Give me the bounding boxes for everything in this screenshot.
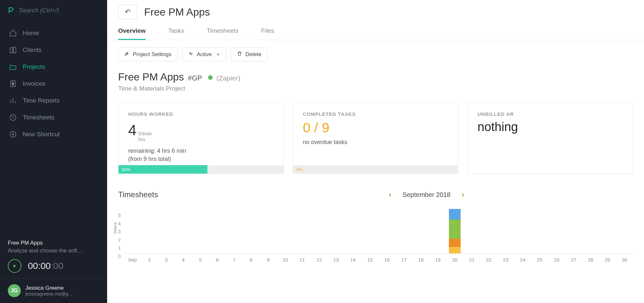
nav-timesheets[interactable]: Timesheets bbox=[0, 109, 107, 126]
nav-label: Timesheets bbox=[23, 114, 55, 121]
bar-slot bbox=[226, 208, 242, 253]
play-button[interactable] bbox=[8, 259, 21, 273]
cards: HOURS WORKED 4 53min hrs remaining: 4 hr… bbox=[107, 92, 644, 174]
bar-slot bbox=[141, 208, 158, 253]
x-tick: 28 bbox=[582, 257, 599, 262]
project-type: Time & Materials Project bbox=[118, 85, 633, 92]
y-ticks: 543210 bbox=[118, 213, 121, 259]
user-panel[interactable]: JG Jessica Greene jessicagreene.me@g… bbox=[0, 278, 107, 303]
card-label: COMPLETED TASKS bbox=[303, 111, 448, 117]
tasks-value: 0 / 9 bbox=[303, 120, 448, 136]
x-tick: 17 bbox=[395, 257, 412, 262]
unbilled-value: nothing bbox=[477, 120, 623, 134]
x-tick: 12 bbox=[311, 257, 328, 262]
bar-slot bbox=[616, 208, 633, 253]
delete-button[interactable]: Delete bbox=[231, 47, 267, 61]
tasks-progress-fill: 0% bbox=[293, 165, 298, 174]
project-code: #GP bbox=[188, 74, 202, 82]
page-title: Free PM Apps bbox=[144, 6, 210, 18]
y-tick: 0 bbox=[118, 254, 121, 259]
nav-label: Time Reports bbox=[23, 97, 59, 104]
tab-files[interactable]: Files bbox=[261, 27, 274, 40]
bar-slot bbox=[260, 208, 277, 253]
trash-icon bbox=[237, 51, 242, 58]
timesheets-section: Timesheets ‹ September 2018 › Hours 5432… bbox=[107, 174, 644, 262]
next-month-button[interactable]: › bbox=[462, 190, 464, 199]
bar-segment bbox=[449, 220, 461, 239]
x-tick: 27 bbox=[565, 257, 582, 262]
x-tick: 29 bbox=[599, 257, 616, 262]
nav-label: Projects bbox=[23, 63, 45, 70]
nav-label: Invoices bbox=[23, 80, 45, 87]
bar-segment bbox=[449, 239, 461, 247]
nav-home[interactable]: Home bbox=[0, 25, 107, 42]
bar-slot bbox=[514, 208, 531, 253]
sidebar-top bbox=[0, 0, 107, 21]
card-tasks: COMPLETED TASKS 0 / 9 no overdue tasks 0… bbox=[293, 103, 458, 174]
nav-new-shortcut[interactable]: New Shortcut bbox=[0, 126, 107, 143]
bar-slot bbox=[243, 208, 260, 253]
nav-time-reports[interactable]: Time Reports bbox=[0, 92, 107, 109]
x-tick: 21 bbox=[463, 257, 480, 262]
tab-tasks[interactable]: Tasks bbox=[168, 27, 184, 40]
bar-slot bbox=[497, 208, 514, 253]
back-button[interactable]: ↶ bbox=[118, 5, 137, 19]
chart: Hours 543210 Sep234567891011121314151617… bbox=[118, 208, 633, 262]
bar-slot bbox=[344, 208, 361, 253]
x-tick: 25 bbox=[531, 257, 548, 262]
x-tick: 3 bbox=[158, 257, 175, 262]
x-tick: 22 bbox=[480, 257, 497, 262]
plot-area bbox=[124, 208, 633, 254]
svg-rect-2 bbox=[10, 48, 13, 53]
nav-clients[interactable]: Clients bbox=[0, 42, 107, 58]
user-email: jessicagreene.me@g… bbox=[25, 291, 73, 297]
status-dropdown[interactable]: Active ▼ bbox=[182, 47, 226, 61]
x-tick: 11 bbox=[294, 257, 311, 262]
project-client: (Zapier) bbox=[217, 74, 241, 82]
nav-invoices[interactable]: $ Invoices bbox=[0, 75, 107, 92]
bar-slot bbox=[565, 208, 582, 253]
tab-timesheets[interactable]: Timesheets bbox=[207, 27, 239, 40]
bar-slot bbox=[395, 208, 412, 253]
x-axis: Sep2345678910111213141516171819202122232… bbox=[124, 257, 633, 262]
bar-slot bbox=[548, 208, 565, 253]
bar-slot bbox=[480, 208, 497, 253]
card-label: HOURS WORKED bbox=[128, 111, 274, 117]
project-name: Free PM Apps bbox=[118, 71, 184, 83]
pulse-icon bbox=[188, 51, 193, 58]
timesheets-title: Timesheets bbox=[118, 190, 158, 199]
nav-projects[interactable]: Projects bbox=[0, 58, 107, 75]
task-desc: Analyze and choose the soft… bbox=[8, 248, 99, 254]
tasks-sub: no overdue tasks bbox=[303, 139, 448, 146]
card-label: UNBILLED AR bbox=[477, 111, 623, 117]
bar-slot bbox=[311, 208, 328, 253]
sidebar: Home Clients Projects $ Invoices Time Re… bbox=[0, 0, 107, 303]
month-nav: ‹ September 2018 › bbox=[389, 190, 464, 199]
x-tick: Sep bbox=[124, 257, 141, 262]
x-tick: 10 bbox=[277, 257, 293, 262]
status-dot-icon bbox=[208, 75, 213, 80]
y-tick: 3 bbox=[118, 229, 121, 234]
search-input[interactable] bbox=[19, 7, 96, 14]
project-settings-button[interactable]: Project Settings bbox=[118, 47, 178, 61]
x-tick: 14 bbox=[344, 257, 361, 262]
bar-slot bbox=[582, 208, 599, 253]
hours-value: 4 bbox=[128, 121, 137, 139]
project-header: Free PM Apps #GP (Zapier) Time & Materia… bbox=[107, 68, 644, 92]
x-tick: 18 bbox=[413, 257, 429, 262]
topbar: ↶ Free PM Apps bbox=[107, 0, 644, 19]
month-label: September 2018 bbox=[402, 191, 451, 199]
nav-label: New Shortcut bbox=[23, 131, 60, 138]
x-tick: 20 bbox=[446, 257, 463, 262]
user-name: Jessica Greene bbox=[25, 285, 73, 291]
tab-overview[interactable]: Overview bbox=[118, 27, 146, 40]
nav: Home Clients Projects $ Invoices Time Re… bbox=[0, 21, 107, 143]
x-tick: 9 bbox=[260, 257, 277, 262]
tabs: Overview Tasks Timesheets Files bbox=[107, 19, 644, 40]
bar-slot bbox=[192, 208, 209, 253]
bar-slot bbox=[158, 208, 175, 253]
back-icon: ↶ bbox=[125, 8, 130, 16]
projects-icon bbox=[9, 63, 17, 71]
prev-month-button[interactable]: ‹ bbox=[389, 190, 391, 199]
x-tick: 2 bbox=[141, 257, 158, 262]
